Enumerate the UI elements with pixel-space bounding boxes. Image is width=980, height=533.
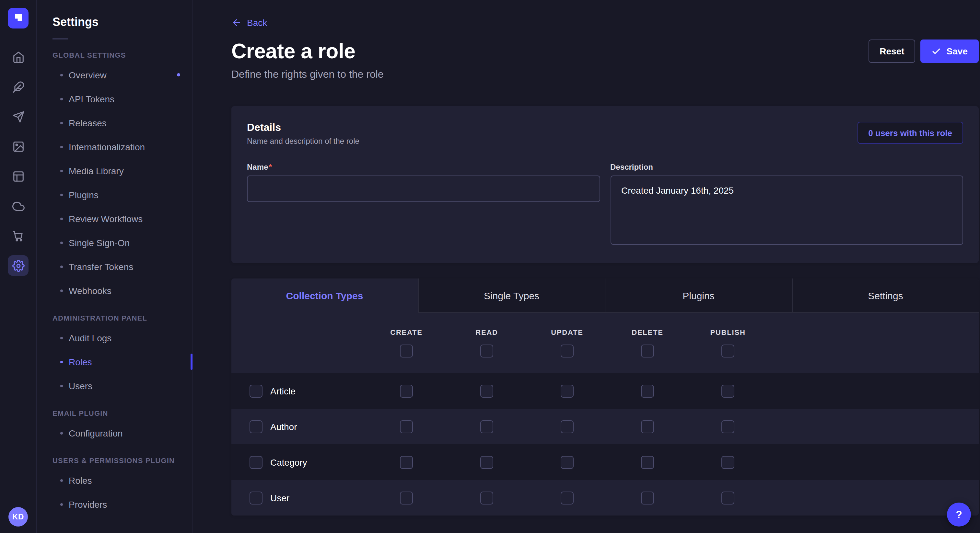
settings-gear-icon (12, 259, 24, 272)
sidebar-item-label: API Tokens (69, 94, 115, 104)
nav-media-library-button[interactable] (8, 136, 29, 157)
checkbox-author-create[interactable] (400, 420, 413, 433)
nav-ecommerce-button[interactable] (8, 225, 29, 246)
sidebar-item-review-workflows[interactable]: Review Workflows (37, 206, 192, 230)
back-label: Back (247, 17, 267, 28)
nav-rail: KD (0, 0, 37, 533)
page-subtitle: Define the rights given to the role (231, 69, 384, 80)
sidebar-item-label: Media Library (69, 165, 124, 176)
checkbox-user-publish[interactable] (721, 491, 734, 504)
sidebar-item-audit-logs[interactable]: Audit Logs (37, 326, 192, 350)
cloud-icon (12, 200, 24, 212)
sidebar-item-up-providers[interactable]: Providers (37, 492, 192, 516)
back-arrow-icon (231, 17, 242, 28)
select-all-create-checkbox[interactable] (400, 344, 413, 357)
home-icon (12, 51, 24, 63)
nav-settings-button[interactable] (8, 255, 29, 276)
sidebar-item-overview[interactable]: Overview (37, 63, 192, 87)
bullet-icon (60, 336, 63, 339)
checkbox-article-update[interactable] (561, 384, 574, 397)
row-select-category-checkbox[interactable] (250, 455, 262, 468)
name-input[interactable] (247, 176, 600, 202)
checkbox-author-read[interactable] (480, 420, 493, 433)
sidebar-item-webhooks[interactable]: Webhooks (37, 279, 192, 303)
bullet-icon (60, 289, 63, 292)
checkbox-article-publish[interactable] (721, 384, 734, 397)
sidebar-item-media-library[interactable]: Media Library (37, 159, 192, 182)
tab-collection-types[interactable]: Collection Types (231, 279, 418, 313)
question-mark-icon: ? (956, 509, 962, 520)
tab-plugins[interactable]: Plugins (605, 279, 792, 313)
checkbox-author-publish[interactable] (721, 420, 734, 433)
reset-button[interactable]: Reset (869, 40, 915, 63)
checkbox-category-create[interactable] (400, 455, 413, 468)
users-with-role-button[interactable]: 0 users with this role (857, 122, 963, 144)
sidebar-item-api-tokens[interactable]: API Tokens (37, 87, 192, 111)
checkbox-category-read[interactable] (480, 455, 493, 468)
checkbox-user-update[interactable] (561, 491, 574, 504)
sidebar-item-label: Review Workflows (69, 213, 143, 224)
sidebar-item-label: Users (69, 381, 92, 391)
sidebar-item-transfer-tokens[interactable]: Transfer Tokens (37, 254, 192, 279)
back-link[interactable]: Back (231, 17, 267, 28)
sidebar-divider (52, 38, 68, 40)
permission-row-category: Category (231, 444, 979, 480)
checkbox-user-delete[interactable] (641, 491, 654, 504)
checkbox-category-update[interactable] (561, 455, 574, 468)
notification-dot-icon (177, 73, 180, 76)
bullet-icon (60, 97, 63, 100)
sidebar-item-label: Internationalization (69, 141, 145, 152)
name-label: Name* (247, 163, 600, 171)
select-all-publish-checkbox[interactable] (721, 344, 734, 357)
nav-content-manager-button[interactable] (8, 166, 29, 187)
nav-content-builder-button[interactable] (8, 76, 29, 97)
checkbox-article-read[interactable] (480, 384, 493, 397)
bullet-icon (60, 479, 63, 482)
media-library-icon (12, 140, 24, 152)
nav-deploy-button[interactable] (8, 106, 29, 127)
strapi-logo-icon (12, 12, 24, 24)
tab-single-types[interactable]: Single Types (418, 279, 605, 313)
sidebar-item-plugins[interactable]: Plugins (37, 182, 192, 206)
sidebar-item-label: Providers (69, 499, 107, 509)
checkbox-user-read[interactable] (480, 491, 493, 504)
checkbox-category-delete[interactable] (641, 455, 654, 468)
strapi-logo[interactable] (8, 8, 29, 29)
description-field-group: Description Created January 16th, 2025 (610, 163, 963, 247)
bullet-icon (60, 265, 63, 268)
nav-cloud-button[interactable] (8, 195, 29, 216)
checkbox-author-delete[interactable] (641, 420, 654, 433)
checkbox-author-update[interactable] (561, 420, 574, 433)
sidebar-item-label: Releases (69, 117, 107, 128)
sidebar-item-up-roles[interactable]: Roles (37, 468, 192, 492)
row-select-article-checkbox[interactable] (250, 384, 262, 397)
select-all-read-checkbox[interactable] (480, 344, 493, 357)
save-button[interactable]: Save (921, 40, 979, 63)
sidebar-item-internationalization[interactable]: Internationalization (37, 135, 192, 159)
help-button[interactable]: ? (947, 503, 971, 527)
sidebar-item-releases[interactable]: Releases (37, 111, 192, 135)
description-textarea[interactable]: Created January 16th, 2025 (610, 176, 963, 245)
tab-settings[interactable]: Settings (792, 279, 979, 313)
checkbox-article-create[interactable] (400, 384, 413, 397)
nav-home-button[interactable] (8, 47, 29, 67)
checkbox-category-publish[interactable] (721, 455, 734, 468)
check-icon (932, 46, 942, 56)
select-all-delete-checkbox[interactable] (641, 344, 654, 357)
user-avatar[interactable]: KD (8, 507, 28, 527)
sidebar-item-single-sign-on[interactable]: Single Sign-On (37, 230, 192, 254)
sidebar-item-roles[interactable]: Roles (37, 350, 192, 374)
section-label-email-plugin: EMAIL PLUGIN (52, 409, 177, 417)
section-label-global-settings: GLOBAL SETTINGS (52, 51, 177, 59)
row-select-user-checkbox[interactable] (250, 491, 262, 504)
sidebar-item-users[interactable]: Users (37, 374, 192, 398)
select-all-update-checkbox[interactable] (561, 344, 574, 357)
sidebar-item-configuration[interactable]: Configuration (37, 421, 192, 445)
row-select-author-checkbox[interactable] (250, 420, 262, 433)
bullet-icon (60, 503, 63, 506)
row-label: Article (270, 385, 296, 396)
checkbox-article-delete[interactable] (641, 384, 654, 397)
details-subtitle: Name and description of the role (247, 136, 360, 146)
checkbox-user-create[interactable] (400, 491, 413, 504)
row-label: Author (270, 421, 297, 431)
